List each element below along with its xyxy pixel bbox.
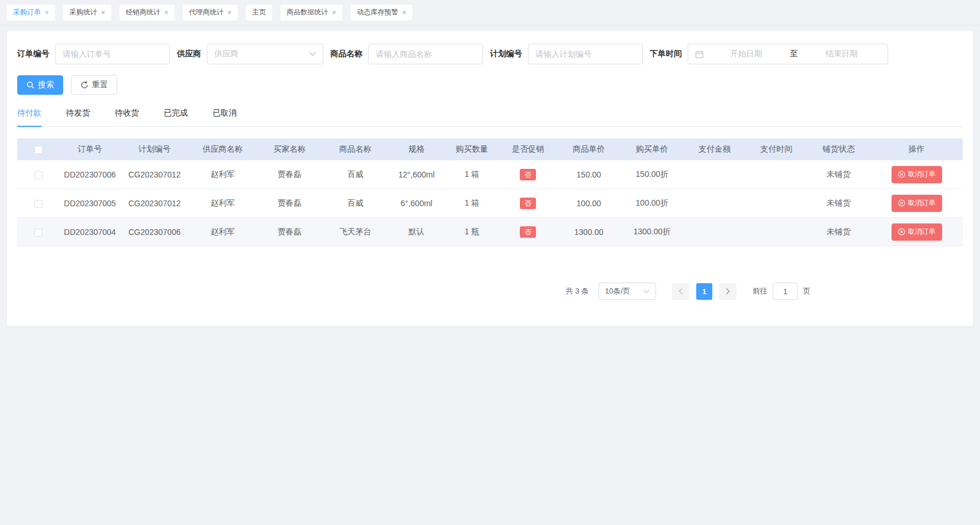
jumper-input[interactable] bbox=[773, 283, 798, 300]
close-icon[interactable]: × bbox=[164, 9, 168, 16]
spec: 默认 bbox=[388, 227, 445, 237]
tab-purchase-order[interactable]: 采购订单 × bbox=[7, 5, 55, 21]
column-header-order-no: 订单号 bbox=[60, 144, 120, 155]
supplier-name: 赵利军 bbox=[189, 227, 256, 237]
row-checkbox[interactable] bbox=[34, 200, 43, 208]
tab-product-data-stats[interactable]: 商品数据统计 × bbox=[280, 5, 342, 21]
column-header-buyer: 买家名称 bbox=[256, 144, 323, 155]
close-icon[interactable]: × bbox=[332, 9, 336, 16]
order-no-input[interactable] bbox=[63, 44, 163, 64]
tab-label: 采购订单 bbox=[13, 7, 41, 17]
page-size-select[interactable]: 10条/页 bbox=[599, 283, 656, 300]
tab-agent-stats[interactable]: 代理商统计 × bbox=[183, 5, 238, 21]
purchase-order-panel: 订单编号 供应商 供应商 商品名称 计划编号 bbox=[7, 31, 973, 326]
column-header-unit-price: 商品单价 bbox=[557, 144, 620, 155]
search-button[interactable]: 搜索 bbox=[17, 75, 63, 95]
column-header-actions: 操作 bbox=[870, 144, 963, 155]
spec: 12°,600ml bbox=[388, 170, 445, 179]
tab-dynamic-stock-alert[interactable]: 动态库存预警 × bbox=[350, 5, 412, 21]
buyer-name: 贾春磊 bbox=[256, 198, 323, 209]
supplier-select[interactable]: 供应商 bbox=[207, 44, 323, 64]
row-checkbox[interactable] bbox=[34, 229, 43, 237]
tab-dealer-stats[interactable]: 经销商统计 × bbox=[119, 5, 175, 21]
close-icon[interactable]: × bbox=[402, 9, 406, 16]
supplier-name: 赵利军 bbox=[189, 169, 256, 180]
supplier-name: 赵利军 bbox=[189, 198, 256, 209]
search-form: 订单编号 供应商 供应商 商品名称 计划编号 bbox=[17, 44, 963, 64]
unit-price: 1300.00 bbox=[557, 227, 620, 237]
search-button-label: 搜索 bbox=[38, 80, 54, 90]
plan-no: CG202307012 bbox=[120, 199, 189, 208]
chevron-right-icon bbox=[726, 288, 730, 295]
column-header-stock-status: 铺货状态 bbox=[807, 144, 870, 155]
prev-page-button[interactable] bbox=[672, 283, 689, 300]
refresh-icon bbox=[80, 81, 88, 89]
buyer-name: 贾春磊 bbox=[256, 169, 323, 180]
tab-home[interactable]: 主页 bbox=[246, 5, 272, 21]
column-header-supplier: 供应商名称 bbox=[189, 144, 256, 155]
plan-no: CG202307012 bbox=[120, 170, 189, 179]
order-time-label: 下单时间 bbox=[650, 49, 682, 59]
quantity: 1 箱 bbox=[445, 198, 499, 209]
pagination-total: 共 3 条 bbox=[566, 286, 589, 296]
tab-pending-receipt[interactable]: 待收货 bbox=[115, 108, 139, 127]
row-checkbox[interactable] bbox=[34, 171, 43, 179]
tab-pending-shipment[interactable]: 待发货 bbox=[66, 108, 90, 127]
chevron-left-icon bbox=[678, 288, 683, 295]
quantity: 1 箱 bbox=[445, 169, 499, 180]
supplier-select-value: 供应商 bbox=[214, 49, 238, 59]
orders-table: 订单号 计划编号 供应商名称 买家名称 商品名称 规格 购买数量 是否促销 商品… bbox=[17, 138, 963, 246]
cancel-order-button[interactable]: 取消订单 bbox=[892, 195, 942, 212]
tab-completed[interactable]: 已完成 bbox=[164, 108, 188, 127]
buyer-name: 贾春磊 bbox=[256, 227, 323, 237]
product-name-input[interactable] bbox=[376, 44, 476, 64]
page-jumper: 前往 页 bbox=[753, 283, 811, 300]
column-header-pay-time: 支付时间 bbox=[746, 144, 807, 155]
product-name-label: 商品名称 bbox=[330, 49, 362, 59]
order-no: DD202307005 bbox=[60, 199, 120, 208]
cancel-order-label: 取消订单 bbox=[908, 227, 936, 237]
plan-no-input[interactable] bbox=[535, 44, 635, 64]
calendar-icon bbox=[695, 50, 704, 59]
buy-price: 100.00折 bbox=[620, 198, 684, 209]
promo-badge: 否 bbox=[520, 198, 536, 209]
product-name-field-group: 商品名称 bbox=[330, 44, 483, 64]
plan-no: CG202307006 bbox=[120, 227, 189, 237]
order-no-input-wrap bbox=[55, 44, 170, 64]
next-page-button[interactable] bbox=[719, 283, 736, 300]
tab-pending-payment[interactable]: 待付款 bbox=[17, 108, 41, 127]
search-icon bbox=[26, 81, 34, 89]
tab-label: 商品数据统计 bbox=[287, 7, 328, 17]
end-date-placeholder[interactable]: 结束日期 bbox=[802, 49, 881, 59]
product-name: 百威 bbox=[323, 169, 388, 180]
page-number-1[interactable]: 1 bbox=[696, 283, 712, 300]
order-time-range-picker[interactable]: 开始日期 至 结束日期 bbox=[688, 44, 888, 64]
column-header-product: 商品名称 bbox=[323, 144, 388, 155]
start-date-placeholder[interactable]: 开始日期 bbox=[707, 49, 785, 59]
tab-label: 动态库存预警 bbox=[357, 7, 398, 17]
promo-badge: 否 bbox=[520, 169, 536, 180]
circle-close-icon bbox=[898, 199, 905, 207]
cancel-order-label: 取消订单 bbox=[908, 198, 936, 208]
tab-cancelled[interactable]: 已取消 bbox=[213, 108, 237, 127]
page-size-value: 10条/页 bbox=[605, 286, 630, 296]
buy-price: 1300.00折 bbox=[620, 227, 684, 237]
chevron-down-icon bbox=[643, 289, 650, 294]
tab-purchase-stats[interactable]: 采购统计 × bbox=[63, 5, 111, 21]
unit-price: 100.00 bbox=[557, 199, 620, 208]
cancel-order-button[interactable]: 取消订单 bbox=[892, 166, 942, 183]
close-icon[interactable]: × bbox=[45, 9, 49, 16]
select-all-checkbox[interactable] bbox=[34, 146, 43, 154]
cancel-order-button[interactable]: 取消订单 bbox=[892, 223, 942, 241]
close-icon[interactable]: × bbox=[101, 9, 105, 16]
table-row: DD202307005 CG202307012 赵利军 贾春磊 百威 6°,60… bbox=[17, 189, 963, 218]
table-header-row: 订单号 计划编号 供应商名称 买家名称 商品名称 规格 购买数量 是否促销 商品… bbox=[17, 138, 963, 160]
close-icon[interactable]: × bbox=[227, 9, 232, 16]
product-name: 百威 bbox=[323, 198, 388, 209]
form-actions: 搜索 重置 bbox=[17, 75, 963, 95]
order-no-label: 订单编号 bbox=[17, 49, 49, 59]
circle-close-icon bbox=[898, 228, 905, 236]
tab-label: 代理商统计 bbox=[189, 7, 223, 17]
reset-button[interactable]: 重置 bbox=[71, 75, 117, 95]
column-header-buy-price: 购买单价 bbox=[620, 144, 684, 155]
